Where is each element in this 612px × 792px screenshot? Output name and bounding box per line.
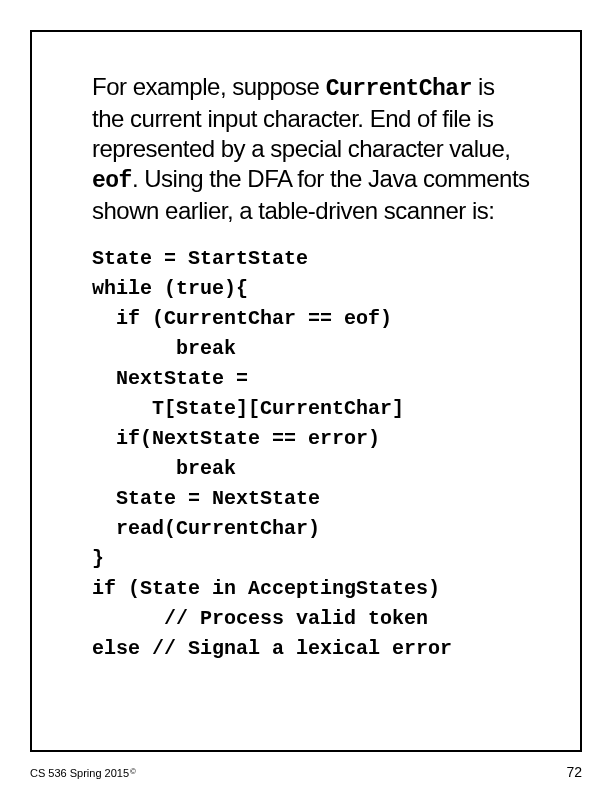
footer-left: CS 536 Spring 2015 © — [30, 767, 136, 779]
code-line: read(CurrentChar) — [92, 514, 530, 544]
code-line: if(NextState == error) — [92, 424, 530, 454]
code-line: break — [92, 454, 530, 484]
copyright-symbol: © — [130, 767, 136, 776]
code-line: State = StartState — [92, 244, 530, 274]
page-number: 72 — [566, 764, 582, 780]
code-line: else // Signal a lexical error — [92, 634, 530, 664]
code-block: State = StartStatewhile (true){ if (Curr… — [92, 244, 530, 664]
code-line: NextState = — [92, 364, 530, 394]
code-line: T[State][CurrentChar] — [92, 394, 530, 424]
code-line: State = NextState — [92, 484, 530, 514]
intro-text-3: . Using the DFA for the Java comments sh… — [92, 165, 530, 224]
code-line: if (CurrentChar == eof) — [92, 304, 530, 334]
slide-footer: CS 536 Spring 2015 © 72 — [30, 764, 582, 780]
code-line: } — [92, 544, 530, 574]
slide-page: For example, suppose CurrentChar is the … — [0, 0, 612, 792]
code-line: break — [92, 334, 530, 364]
content-frame: For example, suppose CurrentChar is the … — [30, 30, 582, 752]
code-line: // Process valid token — [92, 604, 530, 634]
intro-code-1: CurrentChar — [326, 76, 472, 102]
code-line: if (State in AcceptingStates) — [92, 574, 530, 604]
code-line: while (true){ — [92, 274, 530, 304]
intro-text-1: For example, suppose — [92, 73, 326, 100]
course-label: CS 536 Spring 2015 — [30, 767, 129, 779]
intro-code-2: eof — [92, 168, 132, 194]
intro-paragraph: For example, suppose CurrentChar is the … — [92, 72, 530, 226]
